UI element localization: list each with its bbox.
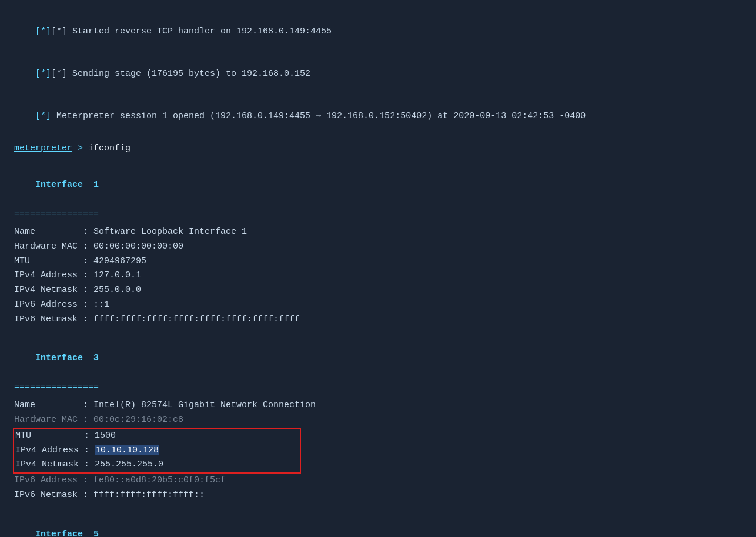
iface1-name: Name : Software Loopback Interface 1	[14, 225, 742, 240]
iface3-ipv4addr: IPv4 Address : 10.10.10.128	[14, 444, 300, 458]
prompt-arrow-1: >	[72, 143, 88, 153]
startup-text-2: [*] Sending stage (176195 bytes) to 192.…	[51, 69, 310, 79]
startup-text-3: Meterpreter session 1 opened (192.168.0.…	[51, 111, 586, 121]
iface1-ipv6addr: IPv6 Address : ::1	[14, 298, 742, 313]
meterpreter-prompt-1: meterpreter	[14, 143, 72, 153]
iface3-ipv4mask: IPv4 Netmask : 255.255.255.0	[14, 458, 300, 472]
iface3-ipv6addr: IPv6 Address : fe80::a0d8:20b5:c0f0:f5cf	[14, 474, 742, 488]
iface3-mac: Hardware MAC : 00:0c:29:16:02:c8	[14, 413, 742, 428]
star-bracket-3: [*]	[35, 111, 51, 121]
startup-line-3: [*] Meterpreter session 1 opened (192.16…	[14, 95, 742, 137]
startup-line-1: [*][*] Started reverse TCP handler on 19…	[14, 11, 742, 53]
interface-3-block: Interface 3 ================ Name : Inte…	[14, 337, 742, 502]
ifconfig-text: ifconfig	[88, 143, 131, 153]
iface1-mac: Hardware MAC : 00:00:00:00:00:00	[14, 240, 742, 254]
iface3-name: Name : Intel(R) 82574L Gigabit Network C…	[14, 398, 742, 413]
interface-3-divider: ================	[14, 381, 742, 395]
iface1-ipv4mask: IPv4 Netmask : 255.0.0.0	[14, 283, 742, 298]
ifconfig-command-line: meterpreter > ifconfig	[14, 143, 742, 153]
star-bracket-1: [*]	[35, 26, 51, 36]
interface-1-block: Interface 1 ================ Name : Soft…	[14, 164, 742, 327]
interface-1-header: Interface 1	[14, 164, 742, 206]
iface1-ipv6mask: IPv6 Netmask : ffff:ffff:ffff:ffff:ffff:…	[14, 313, 742, 327]
iface3-mtu: MTU : 1500	[14, 429, 300, 444]
interface-3-header: Interface 3	[14, 337, 742, 380]
startup-line-2: [*][*] Sending stage (176195 bytes) to 1…	[14, 53, 742, 95]
star-bracket-2: [*]	[35, 69, 51, 79]
iface1-ipv4addr: IPv4 Address : 127.0.0.1	[14, 268, 742, 283]
iface3-ipv6mask: IPv6 Netmask : ffff:ffff:ffff:ffff::	[14, 488, 742, 503]
interface-5-block: Interface 5 ================ Name : Micr…	[14, 513, 742, 538]
interface-1-divider: ================	[14, 207, 742, 221]
interface-5-header: Interface 5	[14, 513, 742, 538]
iface1-mtu: MTU : 4294967295	[14, 254, 742, 269]
startup-text-1: [*] Started reverse TCP handler on 192.1…	[51, 26, 332, 36]
highlight-box: MTU : 1500 IPv4 Address : 10.10.10.128 I…	[13, 428, 301, 474]
ipv4-selected-value: 10.10.10.128	[95, 445, 159, 455]
